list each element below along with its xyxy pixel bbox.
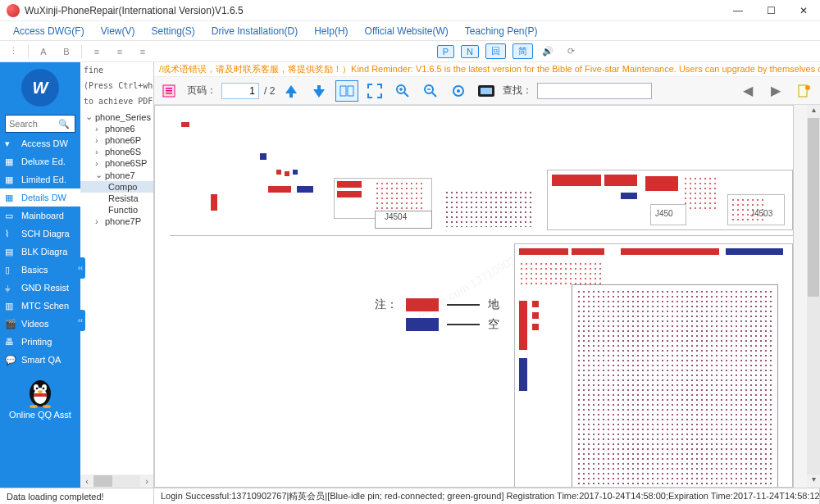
sidebar-item-label: BLK Diagra (21, 247, 67, 257)
menu-setting[interactable]: Setting(S) (143, 24, 203, 39)
menu-help[interactable]: Help(H) (306, 24, 356, 39)
sidebar-item-limited[interactable]: ▦Limited Ed. (0, 170, 80, 188)
align-center-icon[interactable]: ≡ (112, 44, 128, 59)
svg-line-21 (432, 93, 436, 97)
sidebar-item-smart-qa[interactable]: 💬Smart QA (0, 351, 80, 369)
bookmark-icon[interactable] (792, 80, 815, 102)
tree-label: phone_Series (95, 112, 151, 122)
align-right-icon[interactable]: ≡ (134, 44, 151, 59)
tree-node-resista[interactable]: Resista (80, 193, 153, 204)
tree-node-phone7[interactable]: ⌄phone7 (80, 169, 153, 181)
expand-icon[interactable]: › (95, 147, 103, 157)
scroll-thumb[interactable] (808, 118, 819, 297)
scroll-left-icon[interactable]: ‹ (80, 476, 93, 486)
tree-node-phone6sp[interactable]: ›phone6SP (80, 157, 153, 169)
arrow-down-icon[interactable] (308, 80, 330, 102)
search-input[interactable] (6, 116, 55, 132)
tree-node-phone7p[interactable]: ›phone7P (80, 216, 153, 227)
sidebar-item-details-dw[interactable]: ▦Details DW (0, 188, 80, 207)
refresh-icon[interactable]: ⟳ (563, 44, 579, 59)
svg-rect-15 (348, 86, 353, 96)
minimize-button[interactable]: — (722, 0, 754, 21)
sidebar-item-label: Videos (21, 319, 48, 329)
tree-label: Resista (108, 193, 139, 203)
maximize-button[interactable]: ☐ (754, 0, 787, 21)
sidebar-item-deluxe[interactable]: ▦Deluxe Ed. (0, 152, 80, 170)
expand-icon[interactable]: ⌄ (95, 170, 103, 180)
diagram-icon: ⌇ (5, 229, 16, 238)
tree-hscrollbar[interactable]: ‹ › (80, 474, 153, 488)
sidebar-item-basics[interactable]: ▯Basics (0, 261, 80, 279)
expand-icon[interactable]: › (95, 216, 103, 226)
zoom-out-icon[interactable] (419, 80, 442, 102)
expand-icon[interactable]: › (95, 124, 103, 134)
fit-width-icon[interactable] (335, 80, 358, 102)
tree-node-root[interactable]: ⌄phone_Series (80, 111, 153, 123)
tree-node-phone6s[interactable]: ›phone6S (80, 146, 153, 157)
chat-icon: 💬 (5, 355, 16, 365)
schematic-canvas[interactable]: wuxinji.com 13710902767 wuxinji.com 1371… (154, 105, 794, 488)
search-icon[interactable]: 🔍 (55, 116, 73, 132)
scroll-right-icon[interactable]: › (140, 476, 153, 486)
menu-drive-install[interactable]: Drive Installation(D) (203, 24, 306, 39)
zoom-in-icon[interactable] (391, 80, 414, 102)
sidebar-item-videos[interactable]: 🎬Videos (0, 315, 80, 333)
page-total: / 2 (264, 85, 275, 97)
find-input[interactable] (537, 83, 652, 99)
video-icon: 🎬 (5, 319, 16, 329)
tool-a-button[interactable]: A (35, 44, 52, 59)
sidebar-item-mainboard[interactable]: ▭Mainboard (0, 207, 80, 225)
sidebar-item-sch-diagram[interactable]: ⌇SCH Diagra (0, 225, 80, 243)
zoom-reset-icon[interactable] (447, 80, 470, 102)
tool-b-button[interactable]: B (58, 44, 75, 59)
sidebar-item-label: Limited Ed. (21, 175, 66, 184)
close-button[interactable]: ✕ (787, 0, 820, 21)
menu-view[interactable]: View(V) (93, 24, 144, 39)
hint-line: to achieve PDF z (80, 93, 153, 109)
collapse-handle-2[interactable]: ‹‹ (75, 310, 85, 331)
format-toolbar: ⋮ A B ≡ ≡ ≡ P N 回 简 🔊 ⟳ (0, 41, 820, 62)
find-next-icon[interactable]: ▶ (764, 80, 787, 102)
sidebar-item-access-dw[interactable]: ▾Access DW (0, 134, 80, 152)
scroll-down-icon[interactable]: ▾ (807, 474, 820, 488)
arrow-up-icon[interactable] (280, 80, 303, 102)
tag-n[interactable]: N (461, 45, 479, 58)
tree-node-phone6[interactable]: ›phone6 (80, 123, 153, 134)
tag-p[interactable]: P (437, 45, 454, 58)
collapse-handle-1[interactable]: ‹‹ (75, 257, 85, 279)
sidebar-item-printing[interactable]: 🖶Printing (0, 333, 80, 351)
menu-access-dwg[interactable]: Access DWG(F) (5, 24, 93, 39)
tree-node-functio[interactable]: Functio (80, 204, 153, 216)
align-left-icon[interactable]: ≡ (89, 44, 105, 59)
scroll-thumb[interactable] (93, 475, 112, 487)
scroll-track[interactable] (807, 118, 820, 474)
sidebar-item-label: Basics (21, 265, 48, 275)
menu-official-website[interactable]: Official Website(W) (357, 24, 457, 39)
sidebar-item-mtc-schem[interactable]: ▥MTC Schen (0, 297, 80, 315)
tag-cn2[interactable]: 简 (512, 43, 533, 59)
expand-icon[interactable]: › (95, 158, 103, 168)
tool-divider-icon[interactable]: ⋮ (5, 44, 21, 59)
tag-cn1[interactable]: 回 (485, 43, 506, 59)
tree-panel: fine (Press Ctrl+whee to achieve PDF z ⌄… (80, 62, 154, 488)
tree-node-phone6p[interactable]: ›phone6P (80, 134, 153, 146)
expand-icon[interactable]: ⌄ (85, 111, 93, 122)
menu-icon[interactable] (159, 80, 182, 102)
page-input[interactable] (221, 83, 259, 99)
screenshot-icon[interactable] (475, 80, 498, 102)
sidebar-item-blk-diagram[interactable]: ▤BLK Diagra (0, 243, 80, 261)
expand-icon[interactable]: › (95, 135, 103, 145)
app-icon (7, 4, 20, 17)
tree-node-compo[interactable]: Compo (80, 181, 153, 193)
scroll-up-icon[interactable]: ▴ (807, 105, 820, 118)
scroll-track[interactable] (93, 475, 140, 487)
menu-teaching-pen[interactable]: Teaching Pen(P) (457, 24, 546, 39)
find-prev-icon[interactable]: ◀ (736, 80, 759, 102)
svg-point-8 (30, 405, 38, 408)
qq-penguin-icon[interactable] (25, 375, 55, 408)
canvas-vscrollbar[interactable]: ▴ ▾ (807, 105, 820, 488)
sidebar-item-gnd-resist[interactable]: ⏚GND Resist (0, 279, 80, 297)
qq-label[interactable]: Online QQ Asst (0, 410, 80, 426)
sound-icon[interactable]: 🔊 (540, 44, 556, 59)
fullscreen-icon[interactable] (363, 80, 386, 102)
